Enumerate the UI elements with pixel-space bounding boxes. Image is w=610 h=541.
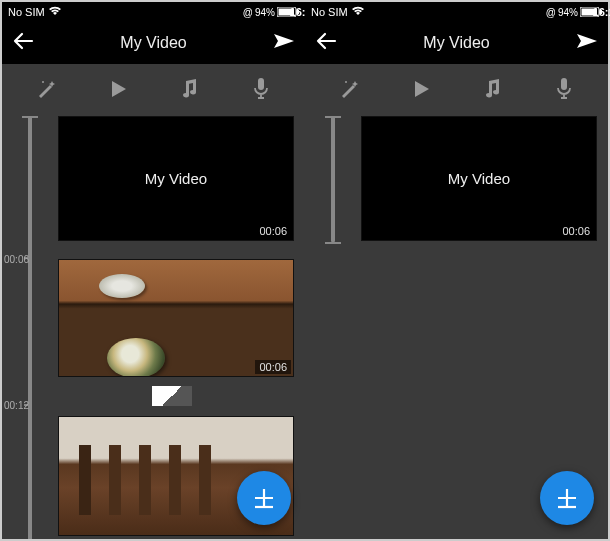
back-button[interactable]: [12, 32, 34, 54]
carrier-label: No SIM: [311, 6, 348, 18]
time-label: 00:12: [4, 400, 29, 411]
battery-label: 94%: [558, 7, 578, 18]
clip-title-card[interactable]: My Video 00:06: [58, 116, 294, 241]
toolbar: [305, 64, 608, 114]
carrier-label: No SIM: [8, 6, 45, 18]
send-button[interactable]: [576, 32, 598, 54]
battery-prefix: @: [546, 7, 556, 18]
clip-title-label: My Video: [448, 170, 510, 187]
app-header: My Video: [305, 22, 608, 64]
editor-panel-right: No SIM 16:14 @ 94% My Video: [305, 2, 608, 539]
send-button[interactable]: [273, 32, 295, 54]
status-bar: No SIM 16:14 @ 94%: [2, 2, 305, 22]
timeline[interactable]: My Video 00:06: [305, 114, 608, 539]
music-icon[interactable]: [169, 69, 209, 109]
svg-rect-4: [258, 78, 264, 90]
mic-icon[interactable]: [241, 69, 281, 109]
svg-point-8: [345, 81, 347, 83]
play-icon[interactable]: [401, 69, 441, 109]
app-header: My Video: [2, 22, 305, 64]
add-clip-button[interactable]: [237, 471, 291, 525]
time-label: 00:06: [4, 254, 29, 265]
editor-panel-left: No SIM 16:14 @ 94% My Video: [2, 2, 305, 539]
add-clip-button[interactable]: [540, 471, 594, 525]
music-icon[interactable]: [472, 69, 512, 109]
timeline[interactable]: 00:06 00:12 My Video 00:06 00:06: [2, 114, 305, 539]
clip-title-card[interactable]: My Video 00:06: [361, 116, 597, 241]
svg-rect-9: [561, 78, 567, 90]
page-title: My Video: [423, 34, 489, 52]
wifi-icon: [48, 6, 62, 18]
battery-label: 94%: [255, 7, 275, 18]
back-button[interactable]: [315, 32, 337, 54]
timeline-ruler: [28, 116, 32, 539]
magic-wand-icon[interactable]: [329, 69, 369, 109]
play-icon[interactable]: [98, 69, 138, 109]
status-left: No SIM: [8, 6, 62, 18]
status-bar: No SIM 16:14 @ 94%: [305, 2, 608, 22]
tick: [24, 116, 32, 118]
battery-prefix: @: [243, 7, 253, 18]
transition-marker[interactable]: [152, 386, 192, 406]
status-left: No SIM: [311, 6, 365, 18]
toolbar: [2, 64, 305, 114]
clip-title-label: My Video: [145, 170, 207, 187]
clock-label: 16:14: [593, 6, 610, 18]
clip-duration: 00:06: [255, 224, 291, 238]
wifi-icon: [351, 6, 365, 18]
clip-duration: 00:06: [255, 360, 291, 374]
page-title: My Video: [120, 34, 186, 52]
mic-icon[interactable]: [544, 69, 584, 109]
clip-video-1[interactable]: 00:06: [58, 259, 294, 377]
clip-duration: 00:06: [558, 224, 594, 238]
timeline-ruler: [331, 116, 335, 242]
segment-cap-bottom: [325, 242, 341, 244]
magic-wand-icon[interactable]: [26, 69, 66, 109]
svg-point-3: [42, 81, 44, 83]
